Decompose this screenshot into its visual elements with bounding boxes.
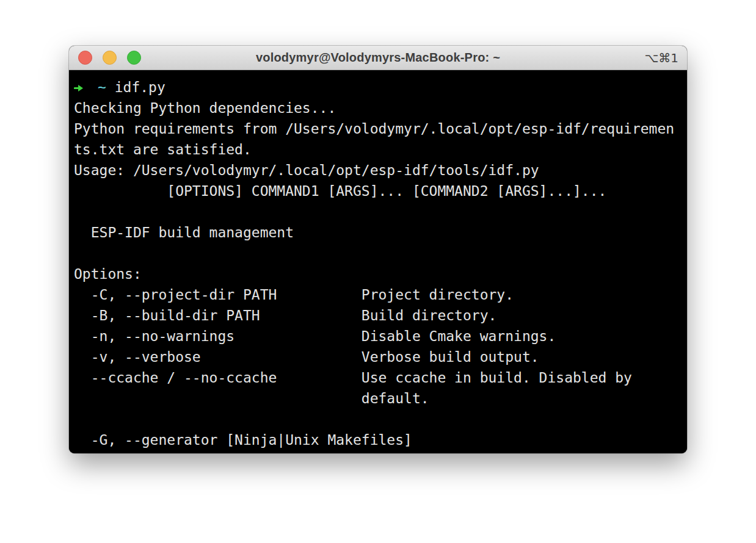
terminal-line: Usage: /Users/volodymyr/.local/opt/esp-i…	[74, 160, 685, 181]
terminal-line: Checking Python dependencies...	[74, 98, 685, 118]
terminal-line: -B, --build-dir PATH Build directory.	[74, 305, 685, 326]
zoom-button[interactable]	[127, 51, 141, 65]
minimize-button[interactable]	[103, 51, 117, 65]
prompt-cwd: ~	[98, 79, 106, 95]
terminal-line: Python requirements from /Users/volodymy…	[74, 118, 685, 139]
terminal-line: Options:	[74, 264, 685, 284]
window-shortcut-badge: ⌥⌘1	[644, 46, 678, 70]
terminal-line: ts.txt are satisfied.	[74, 139, 685, 160]
terminal-output: Checking Python dependencies...Python re…	[74, 98, 685, 450]
terminal-body[interactable]: ~ idf.py Checking Python dependencies...…	[69, 71, 687, 453]
prompt-command: idf.py	[106, 79, 165, 95]
terminal-line: -C, --project-dir PATH Project directory…	[74, 284, 685, 305]
terminal-line: -G, --generator [Ninja|Unix Makefiles]	[74, 430, 685, 450]
terminal-line: ESP-IDF build management	[74, 222, 685, 243]
close-button[interactable]	[78, 51, 92, 65]
prompt-arrow-icon	[74, 83, 84, 93]
terminal-line	[74, 201, 685, 222]
terminal-line: -n, --no-warnings Disable Cmake warnings…	[74, 326, 685, 347]
titlebar[interactable]: volodymyr@Volodymyrs-MacBook-Pro: ~ ⌥⌘1	[69, 46, 687, 70]
terminal-line: --ccache / --no-ccache Use ccache in bui…	[74, 367, 685, 388]
prompt-line: ~ idf.py	[74, 77, 685, 98]
terminal-line	[74, 409, 685, 430]
terminal-line	[74, 243, 685, 264]
terminal-window: volodymyr@Volodymyrs-MacBook-Pro: ~ ⌥⌘1 …	[69, 46, 687, 453]
terminal-line: -v, --verbose Verbose build output.	[74, 347, 685, 367]
terminal-line: [OPTIONS] COMMAND1 [ARGS]... [COMMAND2 […	[74, 181, 685, 201]
terminal-line: default.	[74, 388, 685, 409]
traffic-lights	[78, 51, 141, 65]
window-title: volodymyr@Volodymyrs-MacBook-Pro: ~	[69, 51, 687, 65]
